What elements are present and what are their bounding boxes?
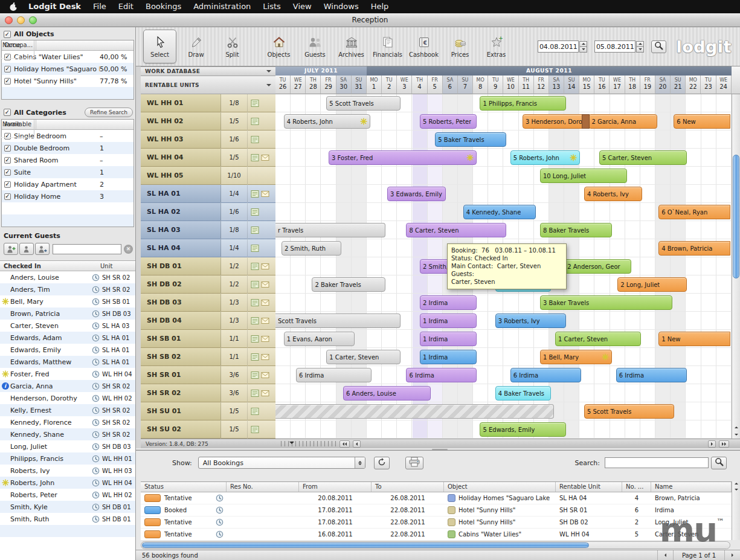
all-categories-checkbox[interactable] [4, 109, 11, 116]
stamp-icon[interactable] [251, 190, 259, 198]
booking-bar[interactable]: 5 Roberts, Peter [420, 114, 477, 129]
booking-bar[interactable]: 4 Brown, Patricia [658, 241, 730, 256]
guest-current-filter-button[interactable] [19, 243, 34, 255]
day-header-sa-30[interactable]: SA30 [336, 76, 352, 94]
bookings-column-no[interactable]: No. ... [622, 482, 651, 492]
menu-item-lodgit-desk[interactable]: Lodgit Desk [22, 0, 87, 13]
booking-bar[interactable]: 6 New [674, 114, 730, 129]
stamp-icon[interactable] [251, 262, 259, 271]
booking-bar[interactable] [275, 404, 554, 419]
booking-bar[interactable]: 1 Evans, Aaron [284, 332, 355, 346]
day-header-fr-29[interactable]: FR29 [321, 76, 336, 94]
day-header-th-4[interactable]: TH4 [412, 76, 427, 94]
day-header-we-10[interactable]: WE10 [503, 76, 518, 94]
checked-in-row-roberts-peter[interactable]: Roberts, PeterWL HH 02 [0, 489, 135, 501]
stamp-icon[interactable] [251, 99, 259, 108]
card-icon[interactable] [261, 280, 269, 289]
unit-row-sh-su-02[interactable]: SH SU 021/5 [141, 420, 275, 439]
checked-in-row-smith-ruth[interactable]: Smith, RuthSH DB 01 [0, 513, 135, 525]
financials-button[interactable]: Financials [371, 30, 404, 63]
checked-in-row-roberts-ivy[interactable]: Roberts, IvyWL HH 03 [0, 465, 135, 477]
booking-bar[interactable]: 5 Baker Travels [435, 132, 506, 147]
booking-bar[interactable]: 2 Anderson, Geor [564, 259, 631, 274]
window-title-bar[interactable]: Reception [0, 13, 740, 27]
stamp-icon[interactable] [251, 244, 259, 253]
booking-bar[interactable]: 6 Anders, Louise [343, 386, 431, 401]
day-header-mo-8[interactable]: MO8 [473, 76, 488, 94]
checked-in-row-henderson-dorothy[interactable]: Henderson, DorothyWL HH 02 [0, 392, 135, 404]
category-row-holiday-apartment[interactable]: Holiday Apartment2 [2, 178, 134, 190]
checked-in-row-philipps-francis[interactable]: Philipps, FrancisWL HH 01 [0, 452, 135, 465]
category-row-double-bedroom[interactable]: Double Bedroom1 [2, 142, 134, 154]
card-icon[interactable] [261, 389, 269, 397]
select-button[interactable]: Select [143, 30, 176, 63]
scroll-right-button[interactable] [708, 440, 716, 448]
unit-row-sh-db-01[interactable]: SH DB 011/2 [141, 257, 275, 275]
unit-row-sh-sr-01[interactable]: SH SR 013/6 [141, 366, 275, 384]
category-checkbox[interactable] [4, 181, 11, 188]
category-row-holiday-home[interactable]: Holiday Home3 [2, 190, 134, 202]
rentable-units-dropdown[interactable]: RENTABLE UNITS [141, 76, 275, 94]
unit-row-sh-sr-02[interactable]: SH SR 023/6 [141, 384, 275, 402]
booking-bar[interactable]: 1 Philipps, Francis [480, 96, 566, 111]
category-row-suite[interactable]: Suite1 [2, 166, 134, 178]
work-database-dropdown[interactable]: WORK DATABASE [141, 66, 275, 76]
day-header-sa-6[interactable]: SA6 [443, 76, 458, 94]
refresh-button[interactable] [374, 457, 390, 469]
unit-row-wl-hh-03[interactable]: WL HH 031/6 [141, 130, 275, 149]
booking-bar[interactable]: 5 Edwards, Emily [480, 422, 566, 437]
booking-bar[interactable]: 3 Henderson, Dorot [523, 114, 587, 129]
booking-bar[interactable] [582, 114, 590, 129]
card-icon[interactable] [261, 298, 269, 307]
guest-checkout-filter-button[interactable] [35, 243, 50, 255]
calendar-vertical-scrollbar[interactable] [732, 94, 740, 439]
day-header-th-11[interactable]: TH11 [519, 76, 534, 94]
card-icon[interactable] [261, 371, 269, 379]
booking-bar[interactable]: 3 Baker Travels [540, 295, 672, 310]
close-window-button[interactable] [5, 16, 13, 24]
booking-bar[interactable]: 1 Irdima [420, 314, 477, 328]
card-icon[interactable] [261, 190, 269, 198]
all-objects-checkbox[interactable] [4, 31, 11, 38]
booking-bar[interactable]: 1 Carter, Steven [555, 332, 640, 346]
checked-in-row-edwards-matthew[interactable]: Edwards, MatthewSL HA 01 [0, 356, 135, 368]
table-horizontal-scrollbar[interactable] [141, 541, 730, 549]
day-header-tu-23[interactable]: TU23 [701, 76, 716, 94]
stamp-icon[interactable] [251, 389, 259, 397]
booking-bar[interactable]: 6 Irdima [406, 368, 476, 382]
split-button[interactable]: Split [216, 30, 249, 63]
scroll-down-arrow[interactable] [732, 431, 740, 438]
day-header-tu-9[interactable]: TU9 [488, 76, 503, 94]
unit-row-wl-hh-02[interactable]: WL HH 021/5 [141, 112, 275, 130]
unit-row-sh-db-02[interactable]: SH DB 021/2 [141, 275, 275, 294]
category-checkbox[interactable] [4, 157, 11, 164]
booking-bar[interactable]: 6 Irdima [510, 368, 582, 382]
stamp-icon[interactable] [251, 317, 259, 325]
day-header-we-17[interactable]: WE17 [610, 76, 625, 94]
menu-item-administration[interactable]: Administration [187, 0, 257, 13]
clear-search-icon[interactable] [124, 245, 133, 254]
extras-button[interactable]: +Extras [480, 30, 513, 63]
objects-button[interactable]: Objects [262, 30, 295, 63]
checked-in-row-bell-mary[interactable]: Bell, MarySH SB 01 [0, 295, 135, 307]
day-header-we-3[interactable]: WE3 [397, 76, 412, 94]
table-vertical-scrollbar[interactable] [732, 481, 740, 540]
booking-bar[interactable]: r Travels [275, 223, 385, 237]
checked-in-row-edwards-adam[interactable]: Edwards, AdamSL HA 01 [0, 332, 135, 344]
card-icon[interactable] [261, 153, 269, 162]
booking-bar[interactable]: 8 Baker Travels [540, 223, 612, 237]
checked-in-row-roberts-john[interactable]: Roberts, JohnWL HH 04 [0, 477, 135, 489]
booking-list-row[interactable]: Booked17.08.201122.08.2011Hotel "Sunny H… [141, 504, 732, 517]
booking-bar[interactable]: 2 Smith, Ruth [282, 241, 341, 256]
draw-button[interactable]: Draw [179, 30, 213, 63]
scrubber-marker[interactable] [289, 442, 294, 444]
unit-row-sh-su-01[interactable]: SH SU 011/5 [141, 402, 275, 420]
date-to-field[interactable]: 05.08.2011 [594, 40, 635, 53]
day-header-sa-20[interactable]: SA20 [655, 76, 671, 94]
bookings-column-res-no[interactable]: Res No. [227, 482, 299, 492]
day-header-tu-2[interactable]: TU2 [382, 76, 397, 94]
booking-bar[interactable]: 5 Scott Travels [326, 96, 401, 111]
object-checkbox[interactable] [4, 78, 11, 85]
checked-in-row-kennedy-florence[interactable]: Kennedy, FlorenceSH SR 02 [0, 416, 135, 428]
unit-row-sh-sb-01[interactable]: SH SB 011/1 [141, 330, 275, 348]
